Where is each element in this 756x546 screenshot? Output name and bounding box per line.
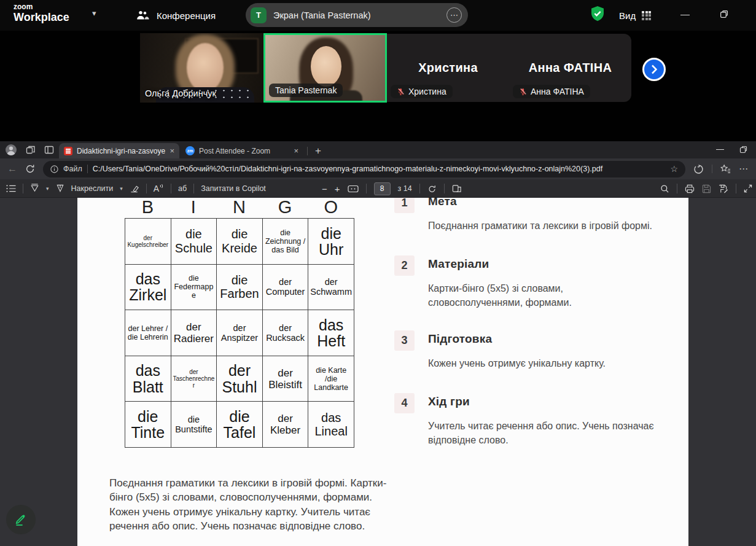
page-view-button[interactable] [452, 184, 462, 193]
security-shield-icon[interactable] [590, 6, 605, 22]
zoom-restore-button[interactable] [720, 10, 728, 18]
read-aloud-button[interactable]: A [154, 184, 164, 193]
back-button[interactable]: ← [7, 163, 17, 174]
participant-face [311, 46, 341, 87]
bingo-cell: die Federmappe [171, 265, 217, 311]
eraser-tool-button[interactable] [130, 184, 139, 193]
zoom-in-button[interactable]: + [335, 184, 340, 194]
browser-restore-button[interactable] [739, 146, 747, 154]
browser-tab-pdf[interactable]: Didaktichni-igri-na-zasvoyennya- × [59, 143, 179, 158]
participant-name-label: Анна ФАТІНА [513, 85, 590, 98]
save-as-button[interactable] [719, 184, 728, 193]
read-aloud-letter: A [154, 184, 159, 193]
bingo-cell: die Buntstifte [171, 402, 217, 448]
pen-chevron-icon[interactable]: ▾ [120, 185, 123, 192]
address-bar[interactable]: Файл C:/Users/Tania/OneDrive/Робочий%20с… [43, 161, 685, 177]
participant-tile-anna[interactable]: Анна ФАТІНА Анна ФАТІНА [509, 34, 631, 102]
favorites-icon[interactable] [720, 164, 731, 174]
bingo-cell: die Farben [217, 265, 263, 311]
copilot-icon[interactable] [693, 164, 704, 174]
bingo-cell: der Schwamm [308, 265, 354, 311]
bingo-cell: der Taschenrechner [171, 356, 217, 402]
settings-ellipsis-icon[interactable]: ⋯ [739, 163, 749, 174]
toc-icon[interactable] [6, 184, 16, 193]
step-title: Підготовка [428, 332, 692, 346]
conference-people-icon [136, 10, 149, 20]
step-number: 2 [394, 255, 415, 276]
pdf-content-area[interactable]: B I N G O der Kugelschreiberdie Schuledi… [0, 198, 756, 546]
browser-minimize-button[interactable] [716, 149, 724, 150]
step-number: 4 [394, 393, 415, 413]
page-number-input[interactable]: 8 [374, 182, 391, 195]
pdf-page: B I N G O der Kugelschreiberdie Schuledi… [77, 198, 688, 546]
participant-center-name: Анна ФАТІНА [529, 61, 612, 75]
mic-muted-icon [397, 88, 405, 96]
step-body: Поєднання граматики та лексики в ігровій… [428, 219, 692, 233]
step-title: Мета [428, 198, 692, 208]
zoom-minimize-button[interactable] [680, 15, 690, 15]
bingo-cell: der Radierer [171, 310, 217, 356]
share-avatar: T [251, 7, 267, 23]
tab-close-icon[interactable]: × [170, 146, 174, 155]
bookmark-star-icon[interactable]: ☆ [670, 164, 678, 174]
page-total-label: з 14 [398, 184, 412, 193]
share-more-options-icon[interactable]: ⋯ [446, 7, 462, 23]
translate-button[interactable]: аб [178, 184, 187, 193]
conference-label: Конференция [157, 10, 216, 21]
highlighter-chevron-icon[interactable]: ▾ [46, 185, 49, 192]
screen-share-pill[interactable]: T Экран (Tania Pasternak) ⋯ [246, 3, 468, 27]
annotate-pencil-button[interactable] [6, 505, 36, 534]
info-icon[interactable] [50, 165, 58, 173]
conference-tab[interactable]: Конференция [136, 0, 216, 31]
ask-copilot-button[interactable]: Запитати в Copilot [201, 184, 266, 193]
participant-tile-tania-active-speaker[interactable]: Tania Pasternak [263, 33, 387, 103]
zoom-out-button[interactable]: − [322, 184, 327, 194]
next-participants-button[interactable] [642, 58, 666, 81]
bingo-cell: das Heft [308, 310, 354, 356]
toolbar-divider [366, 184, 367, 193]
zoom-workplace-logo: zoom Workplace [14, 3, 69, 23]
browser-profile-icon[interactable] [5, 144, 17, 156]
search-button[interactable] [660, 184, 669, 193]
pen-tool-button[interactable] [56, 184, 64, 193]
fit-width-button[interactable] [348, 185, 359, 193]
workspaces-icon[interactable] [26, 145, 36, 155]
print-button[interactable] [685, 184, 695, 193]
new-tab-button[interactable]: + [311, 145, 325, 157]
bingo-title: B I N G O [125, 198, 354, 216]
zoom-topbar: zoom Workplace ▾ Конференция T Экран (Ta… [0, 0, 756, 31]
rotate-button[interactable] [427, 184, 437, 193]
participant-name-label: Tania Pasternak [269, 84, 343, 97]
step-item: 1МетаПоєднання граматики та лексики в іг… [394, 198, 692, 233]
participant-center-name: Христина [418, 61, 478, 75]
bingo-cell: die Kreide [217, 219, 263, 265]
bingo-letter: N [216, 198, 262, 216]
toolbar-divider [146, 184, 147, 193]
tab-actions-icon[interactable] [44, 145, 54, 155]
pdf-toolbar-right [660, 179, 752, 198]
url-text[interactable]: C:/Users/Tania/OneDrive/Робочий%20стіл/D… [93, 165, 666, 173]
participant-name-label: Христина [391, 85, 453, 98]
refresh-button[interactable] [25, 164, 35, 174]
highlighter-tool-button[interactable] [30, 184, 39, 193]
toolbar-divider [193, 184, 194, 193]
ellipsis-glyph: ⋯ [450, 10, 458, 20]
tab-title: Didaktichni-igri-na-zasvoyennya- [77, 147, 165, 155]
bingo-table: der Kugelschreiberdie Schuledie Kreidedi… [125, 218, 354, 448]
workplace-menu-chevron-icon[interactable]: ▾ [92, 9, 96, 18]
fullscreen-button[interactable] [744, 184, 752, 193]
tabbar-left-icons [5, 141, 54, 158]
toolbar-divider [736, 184, 736, 193]
participant-tile-olga[interactable]: Ольга Добринчук [140, 33, 263, 103]
tab-close-icon[interactable]: × [294, 146, 298, 155]
view-control[interactable]: Вид [619, 0, 651, 31]
step-number: 1 [394, 198, 415, 213]
tab-divider [307, 147, 308, 155]
save-button[interactable] [702, 184, 711, 193]
participant-tile-khrystyna[interactable]: Христина Христина [387, 34, 509, 102]
view-grid-icon [642, 11, 651, 20]
bingo-letter: I [171, 198, 217, 216]
browser-tab-zoom[interactable]: zm Post Attendee - Zoom × [181, 143, 303, 158]
bingo-cell: die Zeichnung / das Bild [263, 219, 309, 265]
draw-label[interactable]: Накреслити [71, 184, 114, 193]
